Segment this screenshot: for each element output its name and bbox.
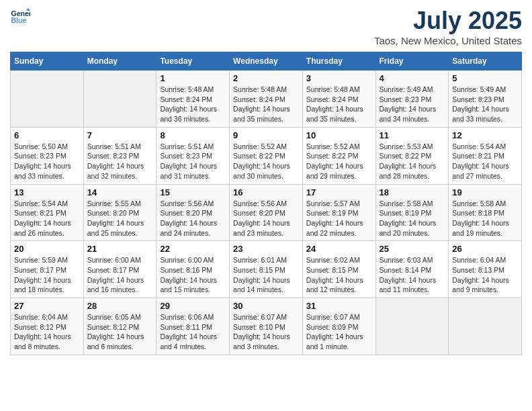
- calendar-cell: 31Sunrise: 6:07 AMSunset: 8:09 PMDayligh…: [302, 298, 375, 355]
- calendar-cell: 10Sunrise: 5:52 AMSunset: 8:22 PMDayligh…: [302, 127, 375, 184]
- calendar-cell: 3Sunrise: 5:48 AMSunset: 8:24 PMDaylight…: [302, 71, 375, 128]
- day-info: Sunrise: 5:59 AMSunset: 8:17 PMDaylight:…: [14, 255, 80, 295]
- calendar-cell: 17Sunrise: 5:57 AMSunset: 8:19 PMDayligh…: [302, 184, 375, 241]
- calendar-week-2: 6Sunrise: 5:50 AMSunset: 8:23 PMDaylight…: [11, 127, 522, 184]
- day-info: Sunrise: 6:00 AMSunset: 8:16 PMDaylight:…: [160, 255, 226, 295]
- day-info: Sunrise: 6:05 AMSunset: 8:12 PMDaylight:…: [87, 312, 153, 352]
- day-number: 8: [160, 130, 226, 140]
- day-info: Sunrise: 6:02 AMSunset: 8:15 PMDaylight:…: [306, 255, 372, 295]
- calendar-cell: 7Sunrise: 5:51 AMSunset: 8:23 PMDaylight…: [83, 127, 157, 184]
- day-info: Sunrise: 5:48 AMSunset: 8:24 PMDaylight:…: [233, 85, 299, 124]
- calendar-cell: [83, 71, 157, 128]
- day-info: Sunrise: 5:54 AMSunset: 8:21 PMDaylight:…: [452, 142, 518, 181]
- day-info: Sunrise: 5:53 AMSunset: 8:22 PMDaylight:…: [380, 142, 445, 181]
- calendar-cell: 11Sunrise: 5:53 AMSunset: 8:22 PMDayligh…: [375, 127, 449, 184]
- day-info: Sunrise: 6:07 AMSunset: 8:10 PMDaylight:…: [233, 312, 299, 352]
- day-info: Sunrise: 5:48 AMSunset: 8:24 PMDaylight:…: [306, 85, 372, 124]
- svg-text:Blue: Blue: [11, 16, 27, 24]
- day-info: Sunrise: 6:01 AMSunset: 8:15 PMDaylight:…: [233, 255, 299, 295]
- day-number: 25: [380, 244, 445, 254]
- day-number: 10: [306, 130, 372, 140]
- calendar-cell: 22Sunrise: 6:00 AMSunset: 8:16 PMDayligh…: [157, 241, 230, 298]
- day-info: Sunrise: 6:04 AMSunset: 8:13 PMDaylight:…: [452, 255, 518, 295]
- calendar-cell: [375, 298, 449, 355]
- day-info: Sunrise: 5:55 AMSunset: 8:20 PMDaylight:…: [87, 199, 153, 238]
- calendar-cell: 20Sunrise: 5:59 AMSunset: 8:17 PMDayligh…: [11, 241, 84, 298]
- header-wednesday: Wednesday: [230, 52, 303, 71]
- day-info: Sunrise: 6:03 AMSunset: 8:14 PMDaylight:…: [380, 255, 445, 295]
- day-number: 15: [160, 187, 226, 197]
- logo-icon: General Blue: [10, 7, 30, 27]
- day-number: 7: [87, 130, 153, 140]
- header-saturday: Saturday: [449, 52, 522, 71]
- day-info: Sunrise: 6:07 AMSunset: 8:09 PMDaylight:…: [306, 312, 372, 352]
- calendar-cell: 8Sunrise: 5:51 AMSunset: 8:23 PMDaylight…: [157, 127, 230, 184]
- day-number: 18: [380, 187, 445, 197]
- day-info: Sunrise: 6:06 AMSunset: 8:11 PMDaylight:…: [160, 312, 226, 352]
- day-number: 20: [14, 244, 80, 254]
- calendar-cell: 9Sunrise: 5:52 AMSunset: 8:22 PMDaylight…: [230, 127, 303, 184]
- day-info: Sunrise: 5:56 AMSunset: 8:20 PMDaylight:…: [233, 199, 299, 238]
- calendar-cell: 1Sunrise: 5:48 AMSunset: 8:24 PMDaylight…: [157, 71, 230, 128]
- calendar-body: 1Sunrise: 5:48 AMSunset: 8:24 PMDaylight…: [11, 71, 522, 355]
- day-info: Sunrise: 5:58 AMSunset: 8:19 PMDaylight:…: [380, 199, 445, 238]
- header-tuesday: Tuesday: [157, 52, 230, 71]
- day-number: 31: [306, 301, 372, 311]
- day-info: Sunrise: 6:00 AMSunset: 8:17 PMDaylight:…: [87, 255, 153, 295]
- day-number: 5: [452, 73, 518, 83]
- day-number: 21: [87, 244, 153, 254]
- calendar-cell: [11, 71, 84, 128]
- day-info: Sunrise: 5:50 AMSunset: 8:23 PMDaylight:…: [14, 142, 80, 181]
- day-number: 9: [233, 130, 299, 140]
- calendar-cell: 5Sunrise: 5:49 AMSunset: 8:23 PMDaylight…: [449, 71, 522, 128]
- day-number: 14: [87, 187, 153, 197]
- calendar-cell: 26Sunrise: 6:04 AMSunset: 8:13 PMDayligh…: [449, 241, 522, 298]
- header-thursday: Thursday: [302, 52, 375, 71]
- calendar-cell: 29Sunrise: 6:06 AMSunset: 8:11 PMDayligh…: [157, 298, 230, 355]
- day-number: 6: [14, 130, 80, 140]
- calendar-cell: 25Sunrise: 6:03 AMSunset: 8:14 PMDayligh…: [375, 241, 449, 298]
- day-number: 13: [14, 187, 80, 197]
- calendar-cell: 28Sunrise: 6:05 AMSunset: 8:12 PMDayligh…: [83, 298, 157, 355]
- calendar-cell: 18Sunrise: 5:58 AMSunset: 8:19 PMDayligh…: [375, 184, 449, 241]
- day-number: 26: [452, 244, 518, 254]
- calendar-cell: 15Sunrise: 5:56 AMSunset: 8:20 PMDayligh…: [157, 184, 230, 241]
- calendar-week-5: 27Sunrise: 6:04 AMSunset: 8:12 PMDayligh…: [11, 298, 522, 355]
- day-info: Sunrise: 5:48 AMSunset: 8:24 PMDaylight:…: [160, 85, 226, 124]
- day-number: 16: [233, 187, 299, 197]
- day-info: Sunrise: 5:54 AMSunset: 8:21 PMDaylight:…: [14, 199, 80, 238]
- main-title: July 2025: [374, 7, 522, 35]
- day-info: Sunrise: 5:56 AMSunset: 8:20 PMDaylight:…: [160, 199, 226, 238]
- day-info: Sunrise: 5:57 AMSunset: 8:19 PMDaylight:…: [306, 199, 372, 238]
- day-number: 11: [380, 130, 445, 140]
- day-number: 4: [380, 73, 445, 83]
- day-number: 19: [452, 187, 518, 197]
- day-info: Sunrise: 5:51 AMSunset: 8:23 PMDaylight:…: [160, 142, 226, 181]
- calendar-table: SundayMondayTuesdayWednesdayThursdayFrid…: [10, 52, 522, 355]
- calendar-cell: 24Sunrise: 6:02 AMSunset: 8:15 PMDayligh…: [302, 241, 375, 298]
- calendar-cell: 21Sunrise: 6:00 AMSunset: 8:17 PMDayligh…: [83, 241, 157, 298]
- calendar-header-row: SundayMondayTuesdayWednesdayThursdayFrid…: [11, 52, 522, 71]
- calendar-cell: 6Sunrise: 5:50 AMSunset: 8:23 PMDaylight…: [11, 127, 84, 184]
- day-number: 24: [306, 244, 372, 254]
- day-info: Sunrise: 5:49 AMSunset: 8:23 PMDaylight:…: [452, 85, 518, 124]
- calendar-week-3: 13Sunrise: 5:54 AMSunset: 8:21 PMDayligh…: [11, 184, 522, 241]
- day-number: 28: [87, 301, 153, 311]
- day-number: 12: [452, 130, 518, 140]
- day-number: 30: [233, 301, 299, 311]
- calendar-cell: 30Sunrise: 6:07 AMSunset: 8:10 PMDayligh…: [230, 298, 303, 355]
- calendar-cell: 27Sunrise: 6:04 AMSunset: 8:12 PMDayligh…: [11, 298, 84, 355]
- day-info: Sunrise: 5:52 AMSunset: 8:22 PMDaylight:…: [306, 142, 372, 181]
- page-header: General Blue July 2025 Taos, New Mexico,…: [10, 7, 522, 46]
- calendar-cell: 16Sunrise: 5:56 AMSunset: 8:20 PMDayligh…: [230, 184, 303, 241]
- day-info: Sunrise: 6:04 AMSunset: 8:12 PMDaylight:…: [14, 312, 80, 352]
- day-number: 17: [306, 187, 372, 197]
- day-info: Sunrise: 5:49 AMSunset: 8:23 PMDaylight:…: [380, 85, 445, 124]
- calendar-cell: 23Sunrise: 6:01 AMSunset: 8:15 PMDayligh…: [230, 241, 303, 298]
- calendar-cell: 14Sunrise: 5:55 AMSunset: 8:20 PMDayligh…: [83, 184, 157, 241]
- day-number: 22: [160, 244, 226, 254]
- calendar-cell: 19Sunrise: 5:58 AMSunset: 8:18 PMDayligh…: [449, 184, 522, 241]
- day-number: 2: [233, 73, 299, 83]
- header-sunday: Sunday: [11, 52, 84, 71]
- calendar-week-1: 1Sunrise: 5:48 AMSunset: 8:24 PMDaylight…: [11, 71, 522, 128]
